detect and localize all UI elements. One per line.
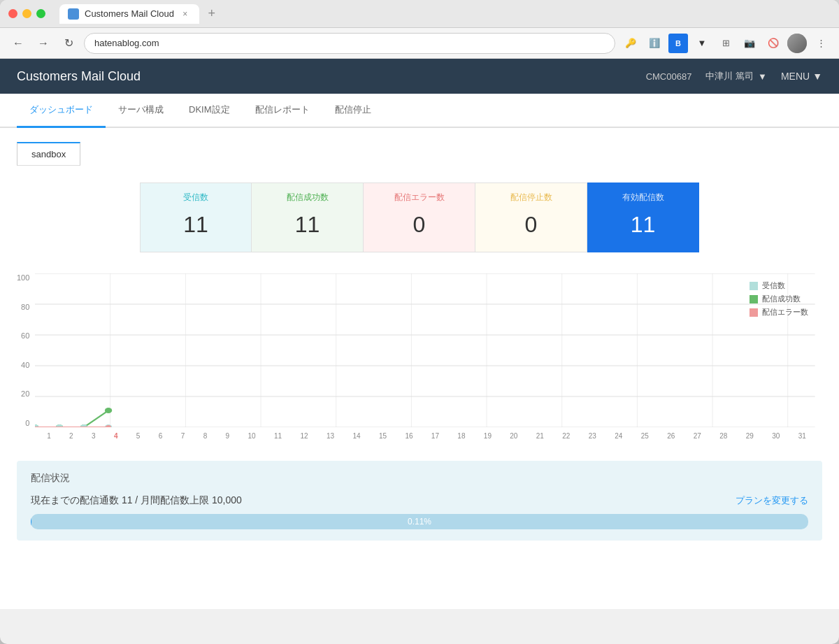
stat-value-success: 11 bbox=[263, 212, 352, 238]
browser-tab[interactable]: Customers Mail Cloud × bbox=[59, 4, 199, 24]
y-label-60: 60 bbox=[17, 331, 29, 340]
dashboard-content: sandbox 受信数 11 配信成功数 11 配信エラー数 0 bbox=[0, 128, 839, 554]
extension-icon-block: 🚫 bbox=[763, 34, 783, 53]
stat-label-stopped: 配信停止数 bbox=[487, 192, 575, 203]
tab-delivery-report[interactable]: 配信レポート bbox=[243, 94, 322, 128]
user-dropdown-icon: ▼ bbox=[758, 71, 767, 82]
svg-rect-25 bbox=[750, 282, 758, 290]
window-controls bbox=[8, 9, 45, 18]
tab-dashboard[interactable]: ダッシュボード bbox=[17, 94, 106, 128]
stat-value-error: 0 bbox=[375, 212, 464, 238]
stat-value-received: 11 bbox=[152, 212, 240, 238]
minimize-window-button[interactable] bbox=[22, 9, 31, 18]
legend-success: 配信成功数 bbox=[750, 294, 808, 304]
address-text: hatenablog.com bbox=[94, 38, 159, 48]
legend-error: 配信エラー数 bbox=[750, 307, 808, 317]
delivery-status-section: 配信状況 現在までの配信通数 11 / 月間配信数上限 10,000 プランを変… bbox=[17, 461, 822, 541]
sandbox-tab[interactable]: sandbox bbox=[17, 142, 80, 166]
stat-label-received: 受信数 bbox=[152, 192, 240, 203]
svg-rect-27 bbox=[750, 308, 758, 317]
tab-navigation: ダッシュボード サーバ構成 DKIM設定 配信レポート 配信停止 bbox=[0, 94, 839, 128]
svg-point-19 bbox=[105, 408, 112, 413]
app-header-right: CMC00687 中津川 篤司 ▼ MENU ▼ bbox=[646, 70, 822, 83]
menu-label: MENU bbox=[781, 71, 810, 82]
tab-server-config[interactable]: サーバ構成 bbox=[106, 94, 176, 128]
browser-titlebar: Customers Mail Cloud × + bbox=[0, 0, 839, 28]
main-menu-button[interactable]: MENU ▼ bbox=[781, 71, 822, 82]
progress-bar bbox=[31, 514, 31, 529]
tab-title: Customers Mail Cloud bbox=[85, 8, 174, 19]
legend-error-label: 配信エラー数 bbox=[762, 307, 808, 317]
more-menu-button[interactable]: ⋮ bbox=[811, 34, 831, 53]
app-header: Customers Mail Cloud CMC00687 中津川 篤司 ▼ M… bbox=[0, 59, 839, 94]
tab-dkim[interactable]: DKIM設定 bbox=[176, 94, 243, 128]
chart-area: 100 80 60 40 20 0 bbox=[17, 273, 815, 429]
extension-icon-camera: 📷 bbox=[740, 34, 759, 53]
delivery-status-title: 配信状況 bbox=[31, 472, 808, 485]
tab-delivery-stop[interactable]: 配信停止 bbox=[322, 94, 384, 128]
y-label-20: 20 bbox=[17, 389, 29, 398]
legend-success-label: 配信成功数 bbox=[762, 294, 801, 304]
forward-button[interactable]: → bbox=[34, 34, 53, 53]
y-label-40: 40 bbox=[17, 361, 29, 369]
back-button[interactable]: ← bbox=[8, 34, 28, 53]
stat-card-success: 配信成功数 11 bbox=[252, 183, 364, 252]
plan-change-link[interactable]: プランを変更する bbox=[736, 494, 808, 507]
menu-dropdown-icon: ▼ bbox=[812, 71, 822, 82]
chart-legend: 受信数 配信成功数 配信エラー数 bbox=[750, 280, 808, 320]
delivery-info-text: 現在までの配信通数 11 / 月間配信数上限 10,000 bbox=[31, 494, 242, 507]
profile-avatar[interactable] bbox=[787, 34, 807, 53]
extension-icon-grid: ⊞ bbox=[716, 34, 736, 53]
user-menu[interactable]: 中津川 篤司 ▼ bbox=[705, 70, 767, 83]
key-icon: 🔑 bbox=[621, 34, 640, 53]
y-label-80: 80 bbox=[17, 303, 29, 311]
new-tab-button[interactable]: + bbox=[202, 4, 222, 24]
progress-text: 0.11% bbox=[408, 517, 431, 527]
legend-received-label: 受信数 bbox=[762, 280, 785, 291]
chart-y-axis: 100 80 60 40 20 0 bbox=[17, 273, 35, 427]
stat-label-success: 配信成功数 bbox=[263, 192, 352, 203]
address-bar[interactable]: hatenablog.com bbox=[84, 33, 615, 54]
chart-container: 100 80 60 40 20 0 bbox=[17, 273, 822, 440]
app-content: Customers Mail Cloud CMC00687 中津川 篤司 ▼ M… bbox=[0, 59, 839, 609]
account-id: CMC00687 bbox=[646, 71, 692, 82]
app-title: Customers Mail Cloud bbox=[17, 69, 646, 84]
progress-bar-container: 0.11% bbox=[31, 514, 808, 529]
chart-main: 受信数 配信成功数 配信エラー数 bbox=[35, 273, 815, 429]
nav-icons: 🔑 ℹ️ B ▼ ⊞ 📷 🚫 ⋮ bbox=[621, 34, 831, 53]
stat-card-effective: 有効配信数 11 bbox=[587, 183, 699, 252]
y-label-100: 100 bbox=[17, 273, 29, 282]
delivery-info-row: 現在までの配信通数 11 / 月間配信数上限 10,000 プランを変更する bbox=[31, 494, 808, 507]
stat-value-stopped: 0 bbox=[487, 212, 575, 238]
stat-value-effective: 11 bbox=[598, 212, 687, 238]
chart-x-axis: 1 2 3 4 5 6 7 8 9 10 11 12 13 14 15 16 1 bbox=[17, 432, 815, 440]
close-window-button[interactable] bbox=[8, 9, 17, 18]
y-label-0: 0 bbox=[17, 419, 29, 427]
sandbox-tabs: sandbox bbox=[17, 142, 822, 166]
stat-card-error: 配信エラー数 0 bbox=[364, 183, 475, 252]
chart-svg bbox=[35, 273, 815, 427]
reload-button[interactable]: ↻ bbox=[59, 34, 78, 53]
tab-favicon bbox=[68, 8, 79, 20]
tab-close-button[interactable]: × bbox=[180, 8, 191, 20]
svg-rect-26 bbox=[750, 295, 758, 303]
user-name: 中津川 篤司 bbox=[705, 70, 754, 83]
stats-row: 受信数 11 配信成功数 11 配信エラー数 0 配信停止数 0 有効配信数 bbox=[17, 183, 822, 252]
stat-card-received: 受信数 11 bbox=[140, 183, 252, 252]
info-icon: ℹ️ bbox=[645, 34, 664, 53]
stat-label-effective: 有効配信数 bbox=[598, 192, 687, 203]
maximize-window-button[interactable] bbox=[36, 9, 45, 18]
stat-card-stopped: 配信停止数 0 bbox=[475, 183, 587, 252]
stat-label-error: 配信エラー数 bbox=[375, 192, 464, 203]
extension-icon-blue: B bbox=[668, 34, 688, 53]
browser-nav: ← → ↻ hatenablog.com 🔑 ℹ️ B ▼ ⊞ 📷 🚫 ⋮ bbox=[0, 28, 839, 59]
legend-received: 受信数 bbox=[750, 280, 808, 291]
browser-window: Customers Mail Cloud × + ← → ↻ hatenablo… bbox=[0, 0, 839, 644]
extension-icon-v: ▼ bbox=[692, 34, 712, 53]
